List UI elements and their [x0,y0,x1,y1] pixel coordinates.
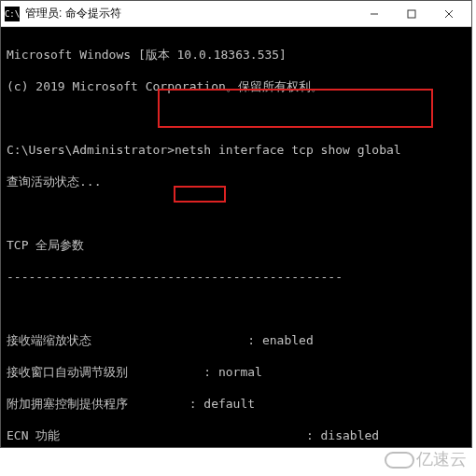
window-controls [356,2,468,26]
entered-command: netsh interface tcp show global [175,143,401,157]
param-value: enabled [255,332,314,348]
param-label: ECN 功能 [7,427,175,443]
param-row: 附加拥塞控制提供程序 : default [7,396,466,412]
cmd-window: C:\ 管理员: 命令提示符 Microsoft Windows [版本 10.… [0,0,472,448]
cmd-icon: C:\ [5,7,20,21]
param-label: 附加拥塞控制提供程序 [7,396,175,412]
section-title: TCP 全局参数 [7,237,466,253]
watermark: 亿速云 [385,448,467,470]
param-value: disabled [314,427,379,443]
param-row: ECN 功能 : disabled [7,427,466,443]
querying-line: 查询活动状态... [7,174,466,189]
window-title: 管理员: 命令提示符 [25,6,356,21]
copyright-line: (c) 2019 Microsoft Corporation。保留所有权利。 [7,78,466,94]
svg-rect-1 [408,10,415,18]
param-value: normal [211,364,262,380]
param-label: 接收窗口自动调节级别 [7,364,175,380]
prompt-path: C:\Users\Administrator> [7,143,175,157]
blank-line [7,301,466,316]
blank-line [7,205,466,221]
param-row: 接收窗口自动调节级别 : normal [7,364,466,380]
blank-line [7,110,466,126]
prompt-line: C:\Users\Administrator>netsh interface t… [7,142,466,158]
maximize-button[interactable] [393,2,430,26]
banner-line: Microsoft Windows [版本 10.0.18363.535] [7,47,466,63]
watermark-text: 亿速云 [416,448,467,470]
section-rule: ----------------------------------------… [7,269,466,285]
titlebar[interactable]: C:\ 管理员: 命令提示符 [1,1,471,27]
param-row: 接收端缩放状态 : enabled [7,332,466,348]
param-label: 接收端缩放状态 [7,332,175,348]
terminal-output[interactable]: Microsoft Windows [版本 10.0.18363.535] (c… [1,27,471,447]
cloud-icon [385,450,413,469]
close-button[interactable] [430,2,468,26]
param-value: default [196,396,255,412]
minimize-button[interactable] [356,2,393,26]
